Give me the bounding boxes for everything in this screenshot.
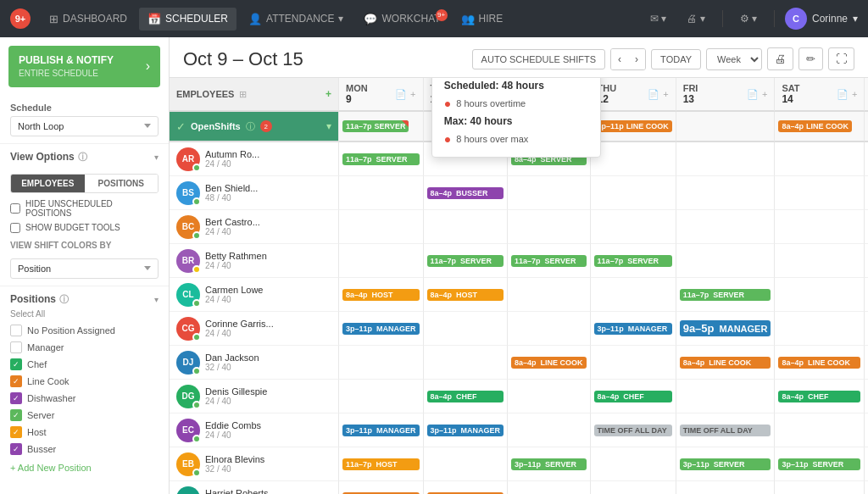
- print-button[interactable]: 🖨 ▾: [680, 9, 711, 28]
- shift-chip-carmen-tue[interactable]: 8a–4p HOST: [427, 289, 504, 301]
- shift-chip-eddie-mon[interactable]: 3p–11p MANAGER: [342, 425, 420, 436]
- shift-corinne-mon[interactable]: 3p–11p MANAGER: [339, 312, 424, 346]
- today-button[interactable]: TODAY: [651, 49, 701, 69]
- shift-corinne-sat[interactable]: [775, 312, 865, 346]
- shift-harriet-fri[interactable]: [676, 481, 776, 494]
- shift-carmen-sun[interactable]: PREFERRED: 8a–4p: [865, 278, 868, 312]
- shift-harriet-mon[interactable]: 8a–4p LINE COOK: [339, 481, 424, 494]
- shift-colors-select[interactable]: Position: [10, 258, 159, 279]
- fri-icon2[interactable]: +: [762, 89, 767, 100]
- open-shift-thu[interactable]: 3p–11p LINE COOK: [591, 112, 676, 142]
- shift-denis-mon[interactable]: [339, 380, 424, 414]
- shift-autumn-sat[interactable]: [775, 142, 865, 176]
- shift-ben-wed[interactable]: [508, 176, 591, 210]
- shift-chip-betty-tue[interactable]: 11a–7p SERVER: [427, 255, 504, 267]
- fri-icon1[interactable]: 📄: [747, 89, 759, 100]
- week-select[interactable]: Week: [706, 48, 762, 70]
- shift-bert-fri[interactable]: [676, 210, 776, 244]
- shift-chip-elnora-wed[interactable]: 3p–11p SERVER: [511, 458, 587, 470]
- add-employee-icon[interactable]: +: [326, 88, 331, 100]
- open-shift-fri[interactable]: [676, 112, 776, 142]
- shift-chip-dan-wed[interactable]: 8a–4p LINE COOK: [511, 357, 587, 369]
- position-server[interactable]: ✓ Server: [0, 407, 169, 424]
- position-checkbox-no-assigned[interactable]: [10, 325, 22, 336]
- open-shift-sat[interactable]: 8a–4p LINE COOK: [775, 112, 865, 142]
- position-checkbox-host[interactable]: ✓: [10, 426, 22, 438]
- nav-hire[interactable]: 👥 HIRE: [453, 8, 512, 31]
- position-checkbox-chef[interactable]: ✓: [10, 358, 22, 370]
- shift-denis-tue[interactable]: 8a–4p CHEF: [424, 380, 509, 414]
- shift-harriet-sun[interactable]: 11a–7p LINE COOK: [865, 481, 868, 494]
- shift-chip-carmen-fri[interactable]: 11a–7p SERVER: [680, 289, 771, 301]
- shift-eddie-fri[interactable]: TIME OFF ALL DAY: [676, 414, 776, 447]
- shift-chip-dan-sat[interactable]: 8a–4p LINE COOK: [778, 357, 860, 369]
- shift-eddie-thu[interactable]: TIME OFF ALL DAY: [591, 414, 676, 447]
- add-position-button[interactable]: + Add New Position: [0, 458, 169, 478]
- share-schedule-button[interactable]: ✏: [798, 47, 823, 70]
- shift-elnora-wed[interactable]: 3p–11p SERVER: [508, 447, 591, 481]
- publish-button[interactable]: PUBLISH & NOTIFY ENTIRE SCHEDULE ›: [8, 46, 160, 87]
- shift-bert-mon[interactable]: [339, 210, 424, 244]
- position-chef[interactable]: ✓ Chef: [0, 356, 169, 373]
- position-dishwasher[interactable]: ✓ Dishwasher: [0, 390, 169, 407]
- shift-harriet-wed[interactable]: [508, 481, 591, 494]
- position-checkbox-busser[interactable]: ✓: [10, 443, 22, 455]
- shift-bert-sat[interactable]: [775, 210, 865, 244]
- shift-chip-denis-thu[interactable]: 8a–4p CHEF: [594, 391, 672, 402]
- shift-dan-mon[interactable]: [339, 346, 424, 380]
- shift-chip-eddie-tue[interactable]: 3p–11p MANAGER: [427, 425, 504, 436]
- open-shift-sat-chip[interactable]: 8a–4p LINE COOK: [778, 120, 852, 132]
- settings-button[interactable]: ⚙ ▾: [733, 9, 764, 28]
- shift-ben-tue[interactable]: 8a–4p BUSSER: [424, 176, 509, 210]
- shift-harriet-tue[interactable]: 8a–4p LINE COOK: [424, 481, 509, 494]
- shift-chip-denis-sat[interactable]: 8a–4p CHEF: [778, 391, 860, 402]
- shift-corinne-tue[interactable]: [424, 312, 509, 346]
- open-shift-sun[interactable]: 3p–11p SERVER: [865, 112, 868, 142]
- shift-denis-sun[interactable]: [865, 380, 868, 414]
- shift-elnora-sun[interactable]: [865, 447, 868, 481]
- mon-icon1[interactable]: 📄: [395, 89, 407, 100]
- next-week-button[interactable]: ›: [628, 49, 645, 69]
- open-shift-mon[interactable]: 11a–7p SERVER: [339, 112, 424, 142]
- shift-autumn-sun[interactable]: [865, 142, 868, 176]
- shift-autumn-fri[interactable]: [676, 142, 776, 176]
- shift-betty-fri[interactable]: [676, 244, 776, 278]
- position-host[interactable]: ✓ Host: [0, 424, 169, 441]
- shift-betty-tue[interactable]: 11a–7p SERVER: [424, 244, 509, 278]
- openshift-chevron[interactable]: ▾: [326, 120, 331, 132]
- shift-corinne-wed[interactable]: [508, 312, 591, 346]
- shift-chip-eddie-fri[interactable]: TIME OFF ALL DAY: [680, 425, 771, 436]
- nav-logo[interactable]: 9+: [10, 8, 31, 29]
- shift-bert-thu[interactable]: [591, 210, 676, 244]
- position-no-assigned[interactable]: No Position Assigned: [0, 322, 169, 339]
- nav-attendance[interactable]: 👤 ATTENDANCE ▾: [240, 8, 352, 31]
- shift-chip-corinne-thu[interactable]: 3p–11p MANAGER: [594, 323, 672, 335]
- shift-betty-sun[interactable]: [865, 244, 868, 278]
- thu-icon1[interactable]: 📄: [648, 89, 659, 100]
- shift-ben-sat[interactable]: [775, 176, 865, 210]
- shift-betty-sat[interactable]: [775, 244, 865, 278]
- shift-carmen-wed[interactable]: [508, 278, 591, 312]
- shift-carmen-tue[interactable]: 8a–4p HOST: [424, 278, 509, 312]
- print-schedule-button[interactable]: 🖨: [767, 47, 793, 70]
- shift-ben-mon[interactable]: [339, 176, 424, 210]
- position-checkbox-server[interactable]: ✓: [10, 409, 22, 421]
- shift-betty-wed[interactable]: 11a–7p SERVER: [508, 244, 591, 278]
- shift-dan-sun[interactable]: 8a–4p LINE COOK: [865, 346, 868, 380]
- nav-scheduler[interactable]: 📅 SCHEDULER: [139, 8, 236, 31]
- shift-corinne-sun[interactable]: [865, 312, 868, 346]
- select-all-positions[interactable]: Select All: [0, 309, 169, 322]
- shift-dan-tue[interactable]: [424, 346, 509, 380]
- mon-icon2[interactable]: +: [410, 89, 415, 100]
- shift-denis-wed[interactable]: [508, 380, 591, 414]
- positions-toggle[interactable]: Positions ⓘ ▾: [0, 286, 169, 309]
- shift-elnora-mon[interactable]: 11a–7p HOST: [339, 447, 424, 481]
- shift-eddie-tue[interactable]: 3p–11p MANAGER: [424, 414, 509, 447]
- shift-autumn-thu[interactable]: [591, 142, 676, 176]
- expand-button[interactable]: ⛶: [828, 47, 854, 70]
- shift-dan-sat[interactable]: 8a–4p LINE COOK: [775, 346, 865, 380]
- shift-ben-fri[interactable]: [676, 176, 776, 210]
- shift-denis-fri[interactable]: [676, 380, 776, 414]
- shift-chip-dan-fri[interactable]: 8a–4p LINE COOK: [680, 357, 771, 369]
- position-manager[interactable]: Manager: [0, 339, 169, 356]
